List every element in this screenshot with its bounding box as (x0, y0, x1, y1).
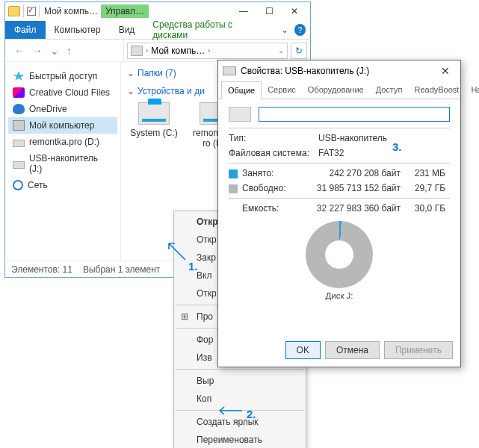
sidebar-item-remontka[interactable]: remontka.pro (D:) (8, 134, 117, 150)
close-button[interactable]: ✕ (282, 3, 307, 19)
tab-readyboost[interactable]: ReadyBoost (408, 81, 465, 99)
annotation-arrow-1 (166, 239, 187, 261)
fs-label: Файловая система: (229, 148, 318, 158)
manage-tab[interactable]: Управл… (101, 4, 149, 18)
chevron-right-icon[interactable]: › (208, 46, 210, 55)
defender-icon: ⊞ (179, 311, 191, 323)
nav-buttons: ← → ⌄ ↑ (8, 37, 124, 64)
used-label: Занято: (229, 168, 311, 178)
tab-custom[interactable]: Настройка (465, 81, 479, 99)
capacity-label: Емкость: (229, 203, 311, 214)
ok-button[interactable]: OK (285, 341, 321, 359)
nav-pane: Быстрый доступ Creative Cloud Files OneD… (5, 62, 121, 261)
tab-general[interactable]: Общие (221, 81, 262, 99)
file-tab[interactable]: Файл (5, 21, 46, 39)
dialog-body: Тип: USB-накопитель Файловая система: FA… (218, 99, 460, 308)
annotation-1: 1. (188, 260, 198, 273)
drive-icon (138, 102, 170, 125)
annotation-2: 2. (247, 408, 256, 420)
pc-icon (131, 46, 143, 56)
chevron-down-icon[interactable]: ⌄ (278, 46, 284, 55)
quick-access-toolbar (8, 5, 40, 17)
fs-value: FAT32 (318, 148, 450, 158)
crumb-label[interactable]: Мой компь… (151, 46, 205, 56)
help-icon[interactable]: ? (294, 24, 306, 36)
used-color-swatch (229, 169, 238, 178)
capacity-bytes: 32 227 983 360 байт (311, 203, 401, 214)
drive-label-input[interactable] (259, 107, 450, 122)
dialog-title-bar[interactable]: Свойства: USB-накопитель (J:) ✕ (218, 60, 460, 81)
free-bytes: 31 985 713 152 байт (311, 183, 401, 193)
network-icon (13, 180, 23, 190)
sidebar-item-my-computer[interactable]: Мой компьютер (8, 117, 117, 134)
sidebar-item-quick-access[interactable]: Быстрый доступ (8, 68, 117, 84)
chevron-right-icon[interactable]: › (146, 46, 148, 55)
free-hr: 29,7 ГБ (401, 183, 445, 193)
drive-icon (223, 66, 236, 75)
cancel-button[interactable]: Отмена (325, 341, 380, 359)
type-label: Тип: (229, 133, 318, 143)
refresh-button[interactable]: ↻ (291, 43, 307, 59)
ribbon-expand-icon[interactable]: ⌄ (275, 25, 294, 35)
tab-hardware[interactable]: Оборудование (302, 81, 370, 99)
annotation-arrow-2 (218, 406, 244, 415)
sidebar-item-usb[interactable]: USB-накопитель (J:) (8, 150, 117, 177)
sidebar-item-onedrive[interactable]: OneDrive (8, 101, 117, 117)
free-label: Свободно: (229, 183, 311, 193)
history-dropdown-icon[interactable]: ⌄ (47, 43, 62, 58)
folder-icon (8, 6, 20, 16)
dialog-title: Свойства: USB-накопитель (J:) (241, 66, 369, 76)
cloud-icon (13, 104, 25, 114)
capacity-hr: 30,0 ГБ (401, 203, 445, 214)
ctx-create-shortcut[interactable]: Создать ярлык (174, 413, 306, 431)
type-value: USB-накопитель (318, 133, 450, 143)
ctx-copy[interactable]: Коп (174, 390, 306, 408)
used-bytes: 242 270 208 байт (311, 168, 401, 178)
sidebar-item-creative-cloud[interactable]: Creative Cloud Files (8, 84, 117, 101)
sidebar-item-network[interactable]: Сеть (8, 177, 117, 193)
disk-label: Диск J: (229, 291, 450, 300)
star-icon (13, 71, 25, 81)
status-count: Элементов: 11 (11, 264, 72, 275)
apply-button[interactable]: Применить (384, 341, 453, 359)
drive-system-c[interactable]: System (C:) (127, 102, 181, 174)
tab-service[interactable]: Сервис (262, 81, 302, 99)
tab-access[interactable]: Доступ (370, 81, 409, 99)
free-color-swatch (229, 184, 238, 193)
back-button[interactable]: ← (11, 43, 28, 58)
tab-strip: Общие Сервис Оборудование Доступ ReadyBo… (218, 81, 460, 99)
capacity-pie-chart (306, 221, 373, 288)
up-button[interactable]: ↑ (64, 43, 75, 58)
ctx-rename[interactable]: Переименовать (174, 431, 306, 448)
forward-button[interactable]: → (29, 43, 46, 58)
drive-icon (13, 140, 25, 147)
used-hr: 231 МБ (401, 168, 445, 178)
close-button[interactable]: ✕ (435, 63, 456, 78)
creative-cloud-icon (13, 87, 25, 98)
pc-icon (13, 120, 25, 131)
dialog-buttons: OK Отмена Применить (285, 341, 453, 359)
drive-icon (229, 107, 251, 122)
status-selection: Выбран 1 элемент (83, 264, 160, 275)
address-bar: ← → ⌄ ↑ › Мой компь… › ⌄ ↻ (5, 40, 310, 62)
drive-tools-tab[interactable]: Средства работы с дисками (143, 16, 274, 44)
drive-icon (13, 161, 25, 169)
ctx-cut[interactable]: Выр (174, 372, 306, 390)
computer-tab[interactable]: Компьютер (46, 21, 110, 39)
view-tab[interactable]: Вид (110, 21, 144, 39)
window-title: Мой компь… (44, 6, 98, 16)
properties-dialog: Свойства: USB-накопитель (J:) ✕ Общие Се… (217, 60, 461, 367)
properties-qat-icon[interactable] (27, 7, 36, 16)
breadcrumb[interactable]: › Мой компь… › ⌄ (127, 43, 288, 59)
annotation-3: 3. (392, 140, 402, 153)
